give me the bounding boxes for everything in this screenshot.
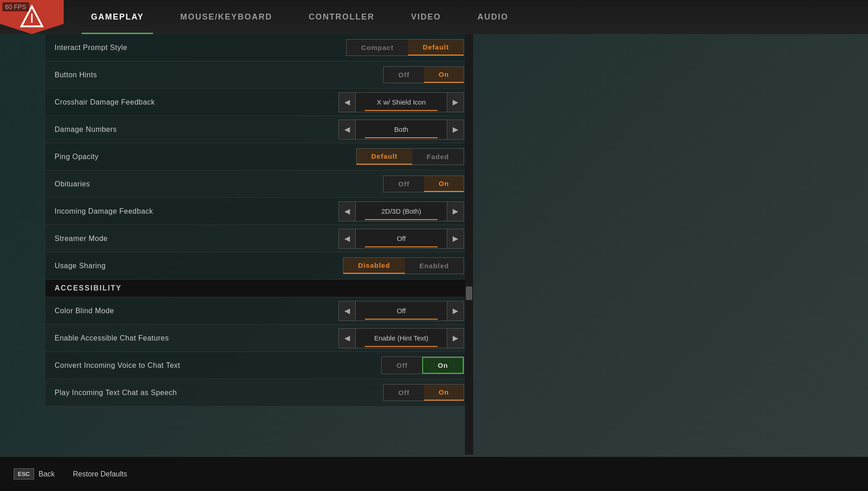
setting-incoming-damage-feedback: Incoming Damage Feedback ◀ 2D/3D (Both) … [45,198,473,225]
crosshair-feedback-next-btn[interactable]: ▶ [447,92,464,112]
back-button[interactable]: ESC Back [14,468,55,480]
incoming-damage-feedback-label: Incoming Damage Feedback [55,207,338,215]
text-as-speech-toggle-group: Off On [383,384,464,401]
interact-prompt-toggle-group: Compact Default [346,39,464,56]
crosshair-feedback-value: X w/ Shield Icon [356,92,447,112]
obituaries-on-btn[interactable]: On [424,176,464,192]
accessible-chat-next-btn[interactable]: ▶ [447,328,464,348]
esc-key-label: ESC [14,468,34,480]
interact-prompt-style-control: Compact Default [346,39,464,56]
usage-sharing-toggle-group: Disabled Enabled [343,257,464,274]
setting-text-as-speech: Play Incoming Text Chat as Speech Off On [45,379,473,406]
settings-panel: Interact Prompt Style Compact Default Bu… [45,34,473,455]
restore-defaults-label: Restore Defaults [73,470,127,478]
tab-controller[interactable]: CONTROLLER [290,0,393,34]
back-label: Back [39,470,55,478]
damage-numbers-label: Damage Numbers [55,125,338,134]
obituaries-off-btn[interactable]: Off [384,176,424,192]
restore-defaults-button[interactable]: Restore Defaults [73,470,127,478]
nav-tabs: GAMEPLAY MOUSE/KEYBOARD CONTROLLER VIDEO… [64,0,868,34]
usage-sharing-disabled-btn[interactable]: Disabled [343,258,405,274]
ping-opacity-toggle-group: Default Faded [356,148,464,165]
voice-to-chat-on-btn[interactable]: On [422,357,464,374]
accessibility-section-header: ACCESSIBILITY [45,280,473,297]
color-blind-mode-control: ◀ Off ▶ [338,301,464,321]
button-hints-control: Off On [383,66,464,83]
accessible-chat-value: Enable (Hint Text) [356,328,447,348]
voice-to-chat-off-btn[interactable]: Off [382,357,422,374]
streamer-mode-control: ◀ Off ▶ [338,229,464,249]
button-hints-off-btn[interactable]: Off [384,67,424,83]
setting-crosshair-damage-feedback: Crosshair Damage Feedback ◀ X w/ Shield … [45,89,473,116]
setting-voice-to-chat: Convert Incoming Voice to Chat Text Off … [45,352,473,379]
accessible-chat-prev-btn[interactable]: ◀ [338,328,356,348]
usage-sharing-label: Usage Sharing [55,262,343,270]
incoming-damage-value: 2D/3D (Both) [356,201,447,221]
setting-interact-prompt-style: Interact Prompt Style Compact Default [45,34,473,61]
interact-prompt-default-btn[interactable]: Default [408,40,464,55]
streamer-mode-value: Off [356,229,447,249]
color-blind-prev-btn[interactable]: ◀ [338,301,356,321]
damage-numbers-prev-btn[interactable]: ◀ [338,120,356,140]
ping-opacity-faded-btn[interactable]: Faded [412,149,464,165]
obituaries-toggle-group: Off On [383,175,464,192]
damage-numbers-value: Both [356,120,447,140]
incoming-damage-next-btn[interactable]: ▶ [447,201,464,221]
voice-to-chat-toggle-group: Off On [381,356,464,374]
fps-counter: 60 FPS [2,2,29,11]
damage-numbers-next-btn[interactable]: ▶ [447,120,464,140]
obituaries-control: Off On [383,175,464,192]
usage-sharing-control: Disabled Enabled [343,257,464,274]
tab-audio[interactable]: AUDIO [459,0,526,34]
text-as-speech-off-btn[interactable]: Off [384,385,424,401]
text-as-speech-label: Play Incoming Text Chat as Speech [55,389,383,397]
button-hints-label: Button Hints [55,71,383,79]
scrollbar-thumb[interactable] [466,286,472,300]
top-nav-bar: GAMEPLAY MOUSE/KEYBOARD CONTROLLER VIDEO… [0,0,868,34]
crosshair-damage-feedback-control: ◀ X w/ Shield Icon ▶ [338,92,464,112]
bottom-bar: ESC Back Restore Defaults [0,457,868,491]
ping-opacity-default-btn[interactable]: Default [357,149,412,165]
setting-usage-sharing: Usage Sharing Disabled Enabled [45,252,473,280]
streamer-mode-label: Streamer Mode [55,235,338,243]
crosshair-damage-feedback-label: Crosshair Damage Feedback [55,98,338,106]
setting-accessible-chat: Enable Accessible Chat Features ◀ Enable… [45,325,473,352]
setting-button-hints: Button Hints Off On [45,61,473,89]
setting-obituaries: Obituaries Off On [45,170,473,198]
obituaries-label: Obituaries [55,180,383,188]
setting-color-blind-mode: Color Blind Mode ◀ Off ▶ [45,297,473,325]
setting-damage-numbers: Damage Numbers ◀ Both ▶ [45,116,473,143]
incoming-damage-feedback-control: ◀ 2D/3D (Both) ▶ [338,201,464,221]
tab-video[interactable]: VIDEO [393,0,459,34]
interact-prompt-compact-btn[interactable]: Compact [347,40,408,55]
color-blind-next-btn[interactable]: ▶ [447,301,464,321]
text-as-speech-on-btn[interactable]: On [424,385,464,401]
setting-streamer-mode: Streamer Mode ◀ Off ▶ [45,225,473,252]
incoming-damage-prev-btn[interactable]: ◀ [338,201,356,221]
crosshair-feedback-prev-btn[interactable]: ◀ [338,92,356,112]
text-as-speech-control: Off On [383,384,464,401]
damage-numbers-control: ◀ Both ▶ [338,120,464,140]
voice-to-chat-control: Off On [381,356,464,374]
ping-opacity-control: Default Faded [356,148,464,165]
ping-opacity-label: Ping Opacity [55,153,356,161]
main-content: Interact Prompt Style Compact Default Bu… [45,34,823,455]
scrollbar-track[interactable] [465,34,473,455]
tab-mouse-keyboard[interactable]: MOUSE/KEYBOARD [162,0,290,34]
settings-list: Interact Prompt Style Compact Default Bu… [45,34,473,455]
button-hints-on-btn[interactable]: On [424,67,464,83]
usage-sharing-enabled-btn[interactable]: Enabled [405,258,464,274]
streamer-mode-next-btn[interactable]: ▶ [447,229,464,249]
accessible-chat-label: Enable Accessible Chat Features [55,334,338,342]
voice-to-chat-label: Convert Incoming Voice to Chat Text [55,361,381,370]
color-blind-mode-label: Color Blind Mode [55,307,338,315]
interact-prompt-style-label: Interact Prompt Style [55,44,346,52]
color-blind-value: Off [356,301,447,321]
tab-gameplay[interactable]: GAMEPLAY [73,0,162,34]
accessible-chat-control: ◀ Enable (Hint Text) ▶ [338,328,464,348]
setting-ping-opacity: Ping Opacity Default Faded [45,143,473,170]
streamer-mode-prev-btn[interactable]: ◀ [338,229,356,249]
button-hints-toggle-group: Off On [383,66,464,83]
